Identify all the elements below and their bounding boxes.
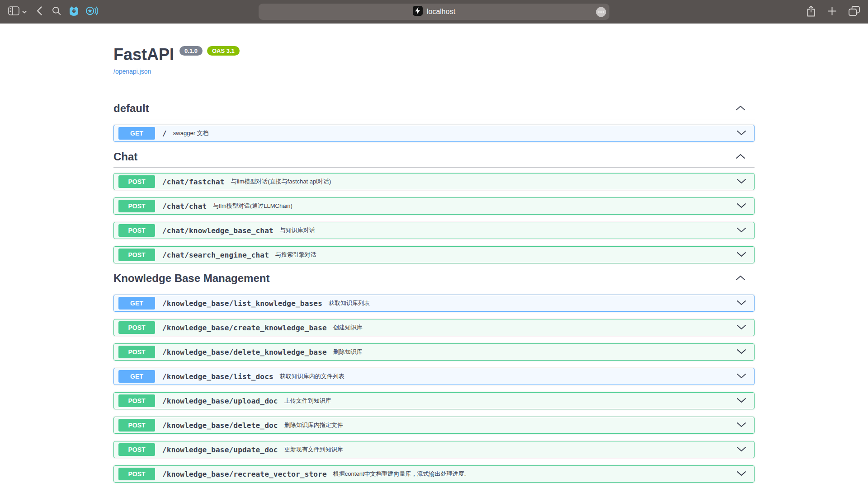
chevron-down-icon [736,178,746,185]
back-button[interactable] [37,6,42,17]
method-badge: POST [118,249,155,261]
method-badge: GET [118,297,155,310]
endpoint-expand-button[interactable] [733,422,750,429]
endpoint-row[interactable]: POST /chat/knowledge_base_chat 与知识库对话 [113,222,755,239]
endpoint-expand-button[interactable] [733,130,750,137]
method-badge: POST [118,321,155,334]
chevron-down-icon [736,349,746,356]
chevron-up-icon [736,275,745,282]
method-badge: POST [118,200,155,212]
endpoint-expand-button[interactable] [733,349,750,356]
endpoint-description: 删除知识库 [333,348,363,356]
endpoint-row[interactable]: GET /knowledge_base/list_docs 获取知识库内的文件列… [113,368,755,385]
tabs-overview-button[interactable] [849,6,860,18]
section-header[interactable]: Knowledge Base Management [113,272,755,289]
endpoint-expand-button[interactable] [733,227,750,234]
endpoint-row[interactable]: POST /knowledge_base/create_knowledge_ba… [113,319,755,336]
method-badge: POST [118,468,155,480]
endpoint-expand-button[interactable] [733,203,750,210]
sidebar-toggle-icon [8,6,19,17]
openapi-json-link[interactable]: /openapi.json [113,68,151,75]
chevron-down-icon [736,471,746,478]
extension-radar-button[interactable] [85,5,98,18]
section-title: Knowledge Base Management [113,272,269,285]
method-badge: POST [118,443,155,456]
section-header[interactable]: default [113,102,755,119]
endpoint-expand-button[interactable] [733,324,750,331]
endpoint-path: /knowledge_base/create_knowledge_base [162,324,327,332]
section-collapse-button[interactable] [730,154,751,160]
sidebar-toggle-button[interactable] [8,6,27,17]
endpoint-path: /chat/search_engine_chat [162,251,269,259]
endpoint-description: swagger 文档 [173,129,209,137]
endpoint-path: / [162,129,167,138]
browser-toolbar: localhost [0,0,868,23]
chevron-down-icon [736,446,746,453]
api-info: FastAPI 0.1.0 OAS 3.1 /openapi.json [113,45,755,75]
tabs-overview-icon [849,6,860,18]
chevron-down-icon [736,398,746,404]
search-icon [52,6,61,17]
endpoint-expand-button[interactable] [733,178,750,185]
endpoint-row[interactable]: GET / swagger 文档 [113,125,755,142]
section-collapse-button[interactable] [730,275,751,282]
endpoint-description: 与llm模型对话(通过LLMChain) [213,202,292,210]
share-icon [807,5,816,18]
endpoint-path: /knowledge_base/upload_doc [162,397,278,405]
extension-radar-icon [85,5,98,18]
endpoint-expand-button[interactable] [733,471,750,478]
endpoint-description: 创建知识库 [333,324,363,332]
new-tab-button[interactable] [828,7,836,17]
section-collapse-button[interactable] [730,105,751,112]
endpoint-row[interactable]: POST /knowledge_base/delete_knowledge_ba… [113,343,755,361]
method-badge: POST [118,394,155,407]
endpoint-description: 根据content中文档重建向量库，流式输出处理进度。 [333,470,470,478]
api-section: Knowledge Base Management GET /knowledge… [113,272,755,483]
endpoint-row[interactable]: POST /knowledge_base/recreate_vector_sto… [113,465,755,483]
url-text: localhost [427,8,455,16]
endpoint-row[interactable]: POST /knowledge_base/update_doc 更新现有文件到知… [113,441,755,458]
endpoint-expand-button[interactable] [733,300,750,307]
method-badge: POST [118,346,155,358]
endpoint-description: 与知识库对话 [280,226,315,235]
url-bar[interactable]: localhost [259,4,609,20]
endpoint-row[interactable]: POST /chat/chat 与llm模型对话(通过LLMChain) [113,197,755,215]
endpoint-expand-button[interactable] [733,373,750,380]
method-badge: GET [118,370,155,383]
section-header[interactable]: Chat [113,150,755,168]
endpoint-list: GET /knowledge_base/list_knowledge_bases… [113,289,755,483]
endpoint-row[interactable]: POST /chat/search_engine_chat 与搜索引擎对话 [113,246,755,263]
endpoint-path: /knowledge_base/list_docs [162,372,274,381]
endpoint-description: 上传文件到知识库 [284,397,331,405]
version-badge: 0.1.0 [179,46,203,56]
chevron-down-icon [736,130,746,137]
endpoint-path: /chat/fastchat [162,178,225,186]
endpoint-expand-button[interactable] [733,252,750,258]
share-button[interactable] [807,5,816,18]
endpoint-row[interactable]: GET /knowledge_base/list_knowledge_bases… [113,295,755,312]
endpoint-expand-button[interactable] [733,398,750,404]
method-badge: POST [118,419,155,432]
endpoint-row[interactable]: POST /chat/fastchat 与llm模型对话(直接与fastchat… [113,173,755,190]
endpoint-description: 更新现有文件到知识库 [284,446,343,454]
chevron-down-icon [736,252,746,258]
new-tab-icon [828,7,836,17]
method-badge: GET [118,127,155,140]
page-more-button[interactable] [596,7,606,19]
swagger-page: FastAPI 0.1.0 OAS 3.1 /openapi.json defa… [113,23,755,483]
page-more-icon [596,7,606,19]
endpoint-description: 获取知识库内的文件列表 [280,372,344,380]
endpoint-expand-button[interactable] [733,446,750,453]
api-section: default GET / swagger 文档 [113,102,755,142]
endpoint-description: 删除知识库内指定文件 [284,421,343,429]
endpoint-row[interactable]: POST /knowledge_base/delete_doc 删除知识库内指定… [113,417,755,434]
api-section: Chat POST /chat/fastchat 与llm模型对话(直接与fas… [113,150,755,263]
endpoint-path: /knowledge_base/update_doc [162,446,278,454]
chevron-down-icon [736,422,746,429]
search-button[interactable] [52,6,61,17]
chevron-down-icon [736,203,746,210]
extension-shield-button[interactable] [69,5,79,18]
tab-group-chevron-icon [22,8,27,15]
endpoint-row[interactable]: POST /knowledge_base/upload_doc 上传文件到知识库 [113,392,755,409]
endpoint-description: 与搜索引擎对话 [275,251,316,259]
